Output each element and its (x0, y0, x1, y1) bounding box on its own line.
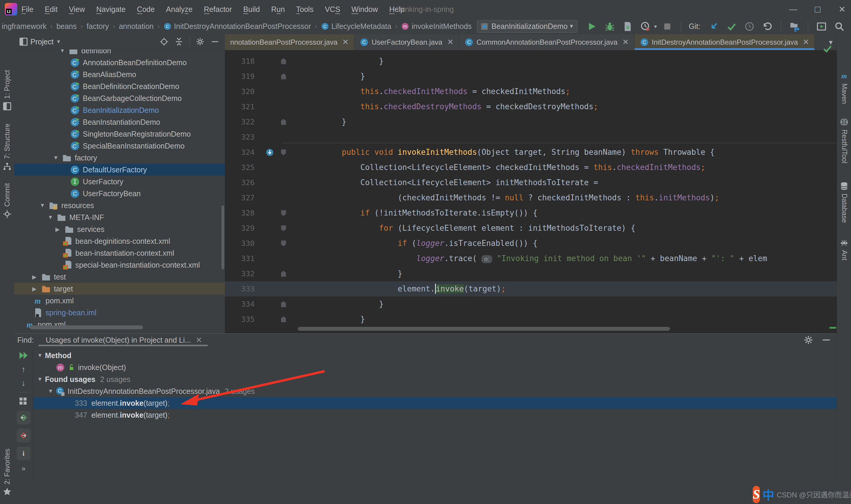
menu-edit[interactable]: Edit (45, 5, 57, 14)
code-line[interactable]: 328 if (!initMethodsToIterate.isEmpty())… (225, 205, 837, 221)
breadcrumb-item[interactable]: CLifecycleMetadata (321, 22, 392, 31)
menu-refactor[interactable]: Refactor (204, 5, 232, 14)
fold-marker[interactable] (277, 312, 290, 327)
project-hscrollbar[interactable] (30, 325, 143, 329)
search-everywhere-button[interactable] (834, 21, 845, 32)
close-icon[interactable]: ✕ (342, 37, 349, 47)
next-occurrence-button[interactable]: ↓ (21, 378, 25, 388)
find-tree-row[interactable]: ▼Method (33, 349, 837, 361)
breadcrumb-item[interactable]: ingframework (2, 22, 47, 31)
close-icon[interactable]: ✕ (803, 37, 809, 47)
update-project-button[interactable] (709, 21, 719, 32)
chevron-collapsed-icon[interactable]: ▶ (32, 286, 41, 292)
local-changes-button[interactable] (789, 21, 799, 32)
toolwindow-database[interactable]: Database (837, 182, 851, 223)
menu-code[interactable]: Code (137, 5, 155, 14)
menu-run[interactable]: Run (271, 5, 285, 14)
editor-tab[interactable]: nnotationBeanPostProcessor.java✕ (225, 34, 354, 50)
toolwindow-project[interactable]: 1: Project (0, 70, 14, 111)
breadcrumb-item[interactable]: beans (56, 22, 76, 31)
tree-row[interactable]: spring-bean.iml (14, 307, 225, 319)
chevron-expanded-icon[interactable]: ▼ (53, 155, 62, 161)
toolwindow-maven[interactable]: mMaven (837, 71, 851, 104)
toolwindow-commit[interactable]: Commit (0, 183, 14, 218)
chevron-expanded-icon[interactable]: ▼ (48, 214, 57, 221)
fold-marker[interactable] (277, 296, 290, 312)
pin-red-button[interactable] (17, 429, 30, 443)
line-number[interactable]: 334 (225, 296, 263, 312)
info-button[interactable]: i (17, 447, 30, 460)
project-vscrollbar[interactable] (221, 205, 224, 269)
more-actions-button[interactable]: » (21, 464, 25, 473)
profiler-button[interactable] (640, 21, 651, 32)
pin-green-button[interactable] (17, 411, 30, 425)
toolwindow-restfultool[interactable]: RestfulTool (837, 118, 851, 163)
menu-analyze[interactable]: Analyze (166, 5, 193, 14)
close-button[interactable]: ✕ (836, 3, 848, 15)
code-line[interactable]: 323 (225, 129, 837, 145)
run-anything-button[interactable] (816, 21, 827, 32)
tree-row[interactable]: ▼META-INF (14, 211, 225, 223)
code-line[interactable]: 333 element.invoke(target); (225, 281, 837, 296)
rollback-button[interactable] (762, 21, 773, 32)
line-number[interactable]: 323 (225, 129, 263, 145)
line-number[interactable]: 335 (225, 312, 263, 327)
tree-row[interactable]: ▼resources (14, 199, 225, 211)
breadcrumb-item[interactable]: factory (87, 22, 109, 31)
tree-row[interactable]: CBeanDefinitionCreationDemo (14, 80, 225, 92)
close-icon[interactable]: ✕ (447, 37, 453, 47)
line-number[interactable]: 327 (225, 190, 263, 205)
fold-marker[interactable] (277, 114, 290, 129)
find-tree-row[interactable]: ▼Found usages2 usages (33, 373, 837, 385)
code-line[interactable]: 327 (checkedInitMethods != null ? checke… (225, 190, 837, 205)
code-line[interactable]: 335 } (225, 312, 837, 327)
maximize-button[interactable]: □ (812, 3, 823, 15)
gear-icon[interactable] (803, 335, 814, 345)
tree-row[interactable]: CSpecialBeanInstantiationDemo (14, 140, 225, 152)
tree-row[interactable]: IUserFactory (14, 176, 225, 187)
toolwindow-ant[interactable]: Ant (837, 238, 851, 260)
chevron-expanded-icon[interactable]: ▼ (35, 352, 45, 359)
editor-hscrollbar[interactable] (298, 327, 670, 331)
rerun-search-button[interactable] (18, 350, 29, 361)
fold-marker[interactable] (277, 221, 290, 236)
tree-row[interactable]: CBeanAliasDemo (14, 69, 225, 80)
code-line[interactable]: 324 public void invokeInitMethods(Object… (225, 145, 837, 160)
toolwindow-structure[interactable]: 7: Structure (0, 124, 14, 171)
group-by-button[interactable] (18, 397, 29, 407)
line-number[interactable]: 322 (225, 114, 263, 129)
line-number[interactable]: 320 (225, 84, 263, 99)
menu-vcs[interactable]: VCS (325, 5, 340, 14)
line-number[interactable]: 333 (225, 281, 263, 296)
editor-tab[interactable]: CInitDestroyAnnotationBeanPostProcessor.… (635, 34, 815, 50)
code-line[interactable]: 326 Collection<LifecycleElement> initMet… (225, 175, 837, 190)
tree-row[interactable]: ▶target (14, 283, 225, 295)
line-number[interactable]: 326 (225, 175, 263, 190)
close-icon[interactable]: ✕ (196, 336, 202, 345)
fold-marker[interactable] (277, 69, 290, 84)
stop-button[interactable] (662, 21, 672, 32)
code-line[interactable]: 334 } (225, 296, 837, 312)
chevron-collapsed-icon[interactable]: ▶ (32, 274, 41, 281)
line-number[interactable]: 318 (225, 54, 263, 69)
line-number[interactable]: 332 (225, 266, 263, 281)
inspection-ok-icon[interactable] (822, 43, 833, 54)
line-number[interactable]: 331 (225, 251, 263, 266)
menu-file[interactable]: File (21, 5, 33, 14)
menu-navigate[interactable]: Navigate (96, 5, 126, 14)
collapse-all-button[interactable] (175, 37, 183, 46)
hide-icon[interactable] (821, 335, 831, 345)
line-number[interactable]: 329 (225, 221, 263, 236)
commit-button[interactable] (726, 21, 737, 32)
line-number[interactable]: 319 (225, 69, 263, 84)
tree-row[interactable]: CBeanInitializationDemo (14, 104, 225, 116)
code-line[interactable]: 329 for (LifecycleElement element : init… (225, 221, 837, 236)
code-line[interactable]: 322 } (225, 114, 837, 129)
menu-build[interactable]: Build (243, 5, 260, 14)
code-line[interactable]: 319 } (225, 69, 837, 84)
breadcrumb-item[interactable]: minvokeInitMethods (401, 22, 472, 31)
breadcrumb-item[interactable]: CInitDestroyAnnotationBeanPostProcessor (163, 22, 311, 31)
run-configuration-select[interactable]: BeanInitializationDemo▼ (477, 20, 578, 33)
line-number[interactable]: 328 (225, 205, 263, 221)
tree-row[interactable]: CAnnotationBeanDefinitionDemo (14, 57, 225, 69)
